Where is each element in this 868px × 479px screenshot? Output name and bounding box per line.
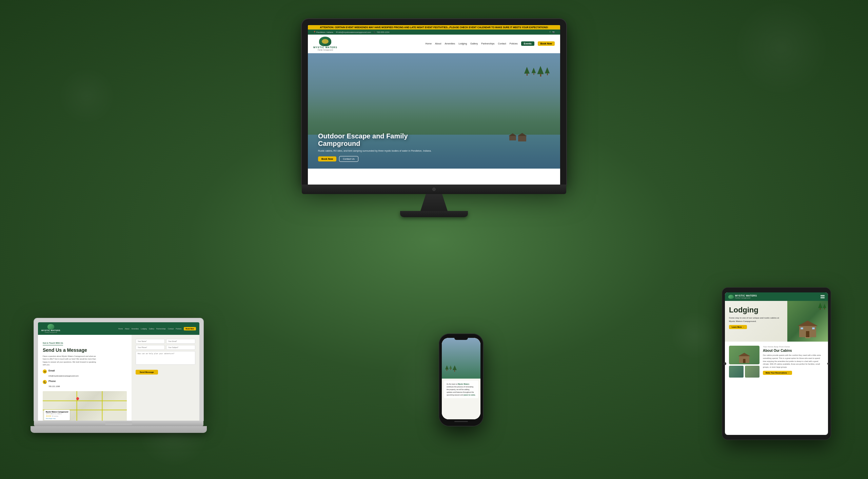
- about-cabins-title: About Our Cabins: [763, 349, 824, 352]
- tablet-cabin-hero-image: [787, 301, 828, 342]
- desktop-top-bar: 📍 Pendleton, Indiana ✉ info@mysticwaters…: [308, 30, 560, 35]
- reservation-button[interactable]: Make Your Reservations →: [763, 371, 792, 375]
- laptop-book-button[interactable]: Book Now: [184, 327, 196, 330]
- phone-screen: As the team at Mystic Waters continues t…: [442, 338, 480, 419]
- contact-map: Mystic Waters Campground 123 Pendleton L…: [43, 391, 127, 421]
- email-value: info@mysticwaterscampground.com: [48, 375, 79, 377]
- cabin-photo-2: [729, 366, 744, 378]
- contact-section-label: Get in Touch With Us: [43, 342, 63, 345]
- phone-notch: [454, 338, 468, 340]
- hero-buttons: Book Now Contact Us: [318, 156, 440, 162]
- lodging-page-title: Lodging: [729, 306, 783, 314]
- tablet-hero-text: Lodging Come stay in one of our unique a…: [725, 301, 787, 342]
- cabin-photo-1: [729, 346, 760, 364]
- tablet-hero: Lodging Come stay in one of our unique a…: [725, 301, 828, 342]
- alert-bar: ATTENTION: CERTAIN EVENT WEEKENDS MAY HA…: [308, 25, 560, 30]
- nav-policies[interactable]: Policies: [510, 42, 518, 45]
- about-cabins-desc: Our cabins provide guests with the comfo…: [763, 354, 824, 369]
- logo-sub: Family Campground: [318, 49, 333, 51]
- laptop-nav-contact[interactable]: Contact: [168, 328, 174, 330]
- nav-about[interactable]: About: [435, 42, 441, 45]
- tablet-about-text: Your Home Away From Home About Our Cabin…: [763, 346, 824, 375]
- laptop-nav: MYSTIC WATERS Family Campground Home Abo…: [38, 322, 199, 335]
- phone-value: 765.221.1098: [48, 385, 60, 387]
- contact-title: Send Us a Message: [43, 347, 127, 353]
- book-now-button[interactable]: Book Now: [538, 41, 555, 46]
- tablet-frame: MYSTIC WATERS Family Campground: [722, 288, 831, 440]
- monitor-chin-dot: [432, 188, 436, 191]
- monitor-stand-base: [400, 211, 468, 217]
- main-scene: ATTENTION: CERTAIN EVENT WEEKENDS MAY HA…: [27, 19, 841, 460]
- form-row-2: [136, 345, 195, 350]
- laptop-nav-partnerships[interactable]: Partnerships: [156, 328, 166, 330]
- learn-more-button[interactable]: Learn More →: [729, 325, 747, 329]
- laptop-website: MYSTIC WATERS Family Campground Home Abo…: [38, 322, 199, 421]
- hero-subtitle: Rustic cabins, RV sites, and tent campin…: [318, 149, 440, 153]
- tablet-menu-button[interactable]: [821, 295, 825, 298]
- name-input[interactable]: [136, 339, 165, 344]
- desktop-website: ATTENTION: CERTAIN EVENT WEEKENDS MAY HA…: [308, 25, 560, 185]
- tablet-home-button[interactable]: [724, 362, 726, 365]
- laptop-screen: MYSTIC WATERS Family Campground Home Abo…: [38, 322, 199, 421]
- cabin-photos-grid: [729, 346, 760, 378]
- laptop-nav-about[interactable]: About: [125, 328, 129, 330]
- email-info: ✉ Email info@mysticwaterscampground.com: [43, 369, 127, 378]
- tablet-screen: MYSTIC WATERS Family Campground: [725, 292, 828, 435]
- laptop-nav-gallery[interactable]: Gallery: [149, 328, 154, 330]
- hero-trees: [524, 67, 550, 76]
- tablet-about-section: Your Home Away From Home About Our Cabin…: [725, 342, 828, 382]
- nav-amenities[interactable]: Amenities: [445, 42, 455, 45]
- laptop-main-content: Get in Touch With Us Send Us a Message H…: [38, 335, 132, 421]
- your-home-label: Your Home Away From Home: [763, 346, 824, 348]
- nav-links: Home About Amenities Lodging Gallery Par…: [346, 41, 555, 46]
- desktop-nav: MYSTIC WATERS Family Campground Home Abo…: [308, 35, 560, 53]
- phone-input[interactable]: [136, 345, 165, 350]
- phone-icon: 📞: [43, 380, 47, 384]
- logo-name: MYSTIC WATERS: [313, 46, 337, 49]
- email-icon: ✉: [43, 369, 47, 373]
- hero-book-button[interactable]: Book Now: [318, 156, 336, 161]
- nav-gallery[interactable]: Gallery: [470, 42, 478, 45]
- laptop-trackpad: [105, 422, 132, 425]
- monitor-stand-neck: [420, 194, 448, 211]
- laptop-nav-policies[interactable]: Policies: [176, 328, 181, 330]
- nav-contact[interactable]: Contact: [498, 42, 506, 45]
- hero-contact-button[interactable]: Contact Us: [339, 156, 358, 162]
- message-textarea[interactable]: [136, 351, 195, 365]
- laptop-nav-lodging[interactable]: Lodging: [141, 328, 147, 330]
- nav-partnerships[interactable]: Partnerships: [481, 42, 494, 45]
- nav-lodging[interactable]: Lodging: [458, 42, 467, 45]
- laptop-content: Get in Touch With Us Send Us a Message H…: [38, 335, 199, 421]
- laptop-nav-amenities[interactable]: Amenities: [131, 328, 139, 330]
- phone-website: As the team at Mystic Waters continues t…: [442, 338, 480, 419]
- laptop-nav-home[interactable]: Home: [118, 328, 123, 330]
- tablet-website: MYSTIC WATERS Family Campground: [725, 292, 828, 435]
- contact-form: Send Message: [132, 335, 199, 421]
- email-label: Email: [48, 369, 79, 372]
- laptop-frame: MYSTIC WATERS Family Campground Home Abo…: [34, 318, 203, 421]
- laptop-logo: MYSTIC WATERS Family Campground: [41, 324, 60, 333]
- view-larger-map[interactable]: View larger map: [46, 418, 68, 419]
- top-bar-left: 📍 Pendleton, Indiana ✉ info@mysticwaters…: [313, 31, 389, 33]
- hero-content: Outdoor Escape and Family Campground Rus…: [318, 132, 440, 162]
- phone-device: As the team at Mystic Waters continues t…: [439, 334, 483, 426]
- tablet-logo: MYSTIC WATERS Family Campground: [728, 294, 757, 299]
- phone-highlight-text: As the team at Mystic Waters continues t…: [447, 383, 476, 396]
- send-message-button[interactable]: Send Message: [136, 370, 158, 375]
- nav-home[interactable]: Home: [425, 42, 432, 45]
- desktop-monitor: ATTENTION: CERTAIN EVENT WEEKENDS MAY HA…: [302, 19, 566, 217]
- tablet-nav: MYSTIC WATERS Family Campground: [725, 292, 828, 301]
- logo-icon: [319, 37, 331, 46]
- events-button[interactable]: Events: [521, 41, 534, 46]
- subject-input[interactable]: [166, 345, 195, 350]
- top-bar-right: f 📷: [550, 31, 555, 33]
- phone-trees: [445, 365, 457, 372]
- email-input[interactable]: [166, 339, 195, 344]
- phone-label: Phone: [48, 380, 60, 382]
- cabin-photo-3: [745, 366, 760, 378]
- lodging-hero-desc: Come stay in one of our unique and rusti…: [729, 317, 783, 323]
- tablet-camera: [827, 363, 829, 365]
- phone-hero: [442, 338, 480, 379]
- desktop-hero: Outdoor Escape and Family Campground Rus…: [308, 53, 560, 169]
- laptop-bottom-bar: [34, 421, 203, 426]
